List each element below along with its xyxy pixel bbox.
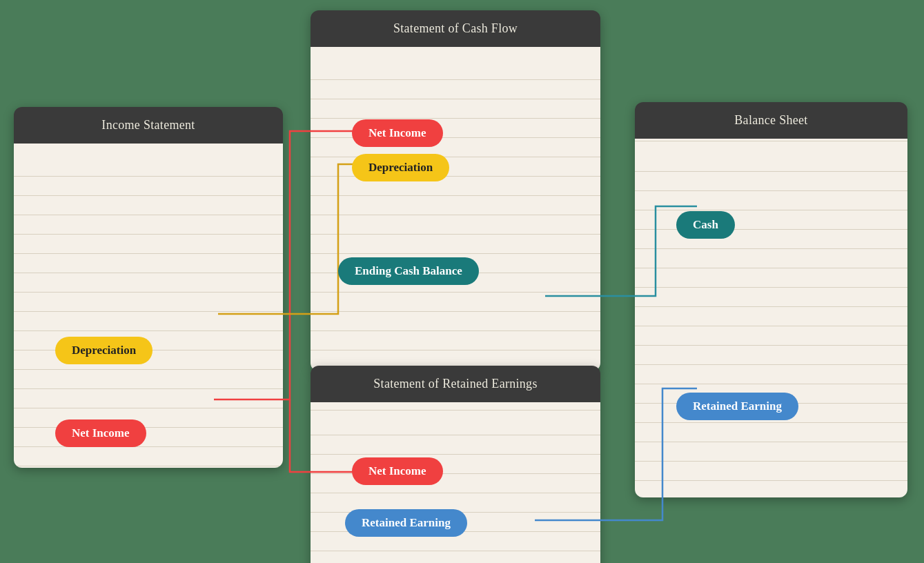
income-statement-title: Income Statement xyxy=(101,118,195,132)
is-net-income-pill[interactable]: Net Income xyxy=(55,419,146,447)
income-statement-header: Income Statement xyxy=(14,107,283,144)
balance-sheet-title: Balance Sheet xyxy=(734,113,807,127)
income-statement-body: Depreciation Net Income xyxy=(14,144,283,468)
bs-cash-pill[interactable]: Cash xyxy=(676,211,735,239)
income-statement-card: Income Statement Depreciation Net Income xyxy=(14,107,283,468)
cf-net-income-pill[interactable]: Net Income xyxy=(352,119,443,147)
retained-earnings-header: Statement of Retained Earnings xyxy=(311,366,600,402)
balance-sheet-card: Balance Sheet Cash Retained Earning xyxy=(635,102,907,497)
bs-retained-earning-pill[interactable]: Retained Earning xyxy=(676,393,798,420)
cash-flow-title: Statement of Cash Flow xyxy=(393,21,518,35)
retained-earnings-body: Net Income Retained Earning xyxy=(311,402,600,563)
cash-flow-card: Statement of Cash Flow Net Income Deprec… xyxy=(311,10,600,371)
cash-flow-body: Net Income Depreciation Ending Cash Bala… xyxy=(311,47,600,371)
cash-flow-header: Statement of Cash Flow xyxy=(311,10,600,47)
is-depreciation-pill[interactable]: Depreciation xyxy=(55,337,153,364)
cf-depreciation-pill[interactable]: Depreciation xyxy=(352,154,449,181)
balance-sheet-body: Cash Retained Earning xyxy=(635,139,907,497)
re-retained-earning-pill[interactable]: Retained Earning xyxy=(345,509,467,537)
balance-sheet-header: Balance Sheet xyxy=(635,102,907,139)
retained-earnings-title: Statement of Retained Earnings xyxy=(373,377,537,391)
re-net-income-pill[interactable]: Net Income xyxy=(352,457,443,485)
retained-earnings-card: Statement of Retained Earnings Net Incom… xyxy=(311,366,600,563)
diagram-container: Income Statement Depreciation Net Income… xyxy=(0,0,924,563)
cf-ending-cash-balance-pill[interactable]: Ending Cash Balance xyxy=(338,257,479,285)
